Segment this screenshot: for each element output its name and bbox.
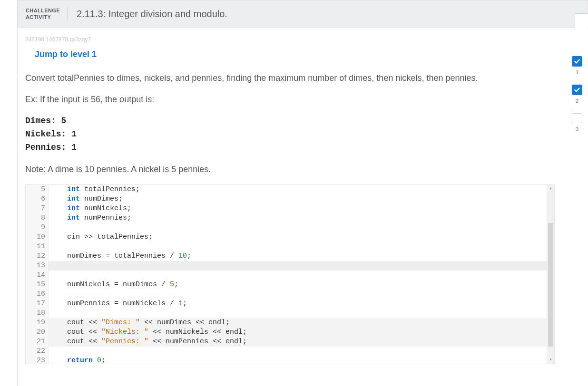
gutter-line-number: 14 bbox=[26, 270, 45, 280]
code-line[interactable] bbox=[54, 223, 547, 232]
code-line[interactable] bbox=[54, 309, 547, 318]
note-text: Note: A dime is 10 pennies. A nickel is … bbox=[25, 163, 580, 176]
gutter-line-number: 22 bbox=[26, 347, 45, 356]
gutter-line-number: 13 bbox=[26, 261, 45, 270]
check-icon[interactable] bbox=[572, 56, 582, 67]
code-line[interactable] bbox=[54, 242, 547, 251]
scroll-thumb[interactable] bbox=[548, 223, 553, 347]
progress-item[interactable]: 1 bbox=[572, 56, 582, 75]
scroll-up-icon[interactable]: ▴ bbox=[547, 185, 554, 193]
gutter-line-number: 9 bbox=[26, 223, 45, 232]
progress-number: 3 bbox=[576, 126, 578, 132]
gutter-line-number: 8 bbox=[26, 213, 45, 223]
challenge-header: CHALLENGE ACTIVITY 2.11.3: Integer divis… bbox=[18, 0, 588, 28]
example-lead: Ex: If the input is 56, the output is: bbox=[25, 93, 580, 106]
gutter-line-number: 19 bbox=[26, 318, 45, 328]
jump-to-level-link[interactable]: Jump to level 1 bbox=[35, 49, 97, 59]
code-line[interactable]: cout << "Dimes: " << numDimes << endl; bbox=[54, 318, 547, 328]
empty-badge-icon[interactable] bbox=[572, 113, 582, 124]
gutter-line-number: 20 bbox=[26, 328, 45, 337]
challenge-title: 2.11.3: Integer division and modulo. bbox=[68, 9, 227, 19]
code-line[interactable]: int numDimes; bbox=[54, 194, 547, 204]
gutter-line-number: 16 bbox=[26, 290, 45, 299]
gutter-line-number: 17 bbox=[26, 299, 45, 309]
code-line[interactable]: numPennies = numNickels / 1; bbox=[54, 299, 547, 309]
scroll-down-icon[interactable]: ▾ bbox=[547, 356, 554, 364]
gutter-line-number: 7 bbox=[26, 204, 45, 213]
challenge-label-line2: ACTIVITY bbox=[26, 14, 51, 20]
progress-number: 1 bbox=[576, 69, 578, 75]
gutter-line-number: 18 bbox=[26, 309, 45, 318]
editor-code-area[interactable]: int totalPennies; int numDimes; int numN… bbox=[49, 185, 547, 364]
progress-item[interactable]: 3 bbox=[572, 113, 582, 132]
check-icon[interactable] bbox=[572, 85, 582, 95]
code-line[interactable]: numNickels = numDimes / 5; bbox=[54, 280, 547, 290]
code-line[interactable] bbox=[54, 270, 547, 280]
hash-id: 345198.1467878.qx3zqy7 bbox=[25, 36, 580, 43]
code-editor[interactable]: 567891011121314151617181920212223 int to… bbox=[25, 184, 555, 364]
instructions-text: Convert totalPennies to dimes, nickels, … bbox=[25, 72, 580, 85]
bookmark-icon[interactable] bbox=[575, 13, 588, 29]
gutter-line-number: 10 bbox=[26, 232, 45, 242]
code-line[interactable]: return 0; bbox=[54, 356, 547, 364]
code-line[interactable] bbox=[54, 261, 547, 270]
gutter-line-number: 6 bbox=[26, 194, 45, 204]
editor-scrollbar[interactable]: ▴ ▾ bbox=[547, 185, 554, 364]
code-line[interactable] bbox=[54, 347, 547, 356]
editor-gutter: 567891011121314151617181920212223 bbox=[26, 185, 49, 364]
progress-item[interactable]: 2 bbox=[572, 85, 582, 104]
code-line[interactable]: numDimes = totalPennies / 10; bbox=[54, 251, 547, 261]
gutter-line-number: 23 bbox=[26, 356, 45, 364]
code-line[interactable]: int numNickels; bbox=[54, 204, 547, 213]
code-line[interactable]: int numPennies; bbox=[54, 213, 547, 223]
gutter-line-number: 21 bbox=[26, 337, 45, 347]
progress-number: 2 bbox=[576, 98, 578, 104]
gutter-line-number: 12 bbox=[26, 251, 45, 261]
gutter-line-number: 11 bbox=[26, 242, 45, 251]
challenge-label: CHALLENGE ACTIVITY bbox=[26, 7, 68, 21]
code-line[interactable]: cout << "Nickels: " << numNickels << end… bbox=[54, 328, 547, 337]
example-output: Dimes: 5 Nickels: 1 Pennies: 1 bbox=[25, 115, 580, 154]
gutter-line-number: 5 bbox=[26, 185, 45, 194]
challenge-label-line1: CHALLENGE bbox=[26, 8, 60, 13]
code-line[interactable]: int totalPennies; bbox=[54, 185, 547, 194]
gutter-line-number: 15 bbox=[26, 280, 45, 290]
code-line[interactable]: cin >> totalPennies; bbox=[54, 232, 547, 242]
progress-sidebar: 123 bbox=[569, 56, 585, 132]
code-line[interactable]: cout << "Pennies: " << numPennies << end… bbox=[54, 337, 547, 347]
code-line[interactable] bbox=[54, 290, 547, 299]
